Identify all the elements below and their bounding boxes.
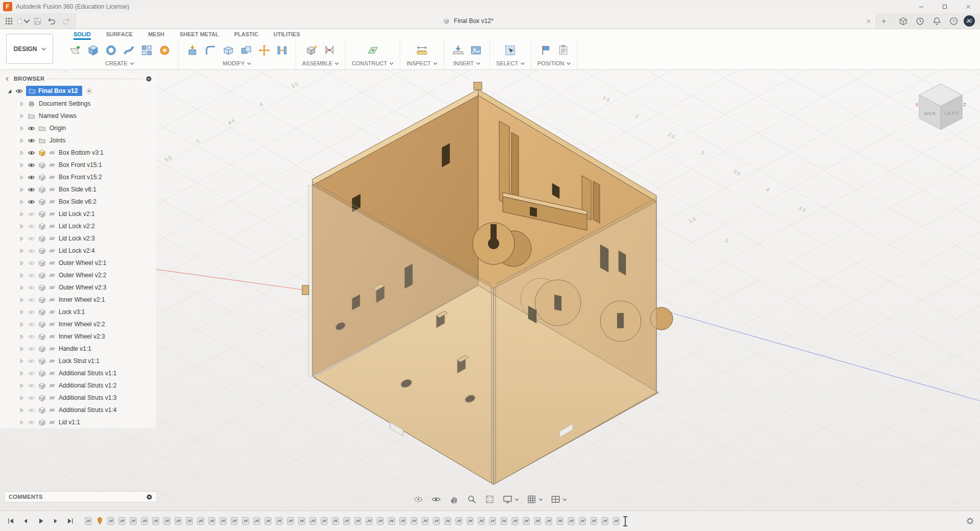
browser-item-lid-lock-v2-4[interactable]: Lid Lock v2:4 <box>0 245 156 257</box>
timeline-feature-icon[interactable] <box>422 516 429 526</box>
job-status-clock-icon[interactable] <box>913 14 927 28</box>
browser-item-additional-struts-v1-1[interactable]: Additional Struts v1:1 <box>0 367 156 379</box>
step-forward-button[interactable] <box>50 516 61 527</box>
expand-arrow-icon[interactable] <box>18 370 28 377</box>
expand-arrow-icon[interactable] <box>18 223 28 230</box>
timeline-feature-icon[interactable] <box>332 516 339 526</box>
close-tab-icon[interactable] <box>861 13 876 29</box>
new-component-icon[interactable] <box>304 43 320 58</box>
display-settings-icon[interactable] <box>503 494 519 504</box>
view-cube[interactable]: BACK L E F T X Z <box>913 78 969 136</box>
visibility-eye-icon[interactable] <box>28 406 38 414</box>
comments-toggle-icon[interactable] <box>146 494 153 500</box>
browser-item-named-views[interactable]: Named Views <box>0 110 156 122</box>
timeline-feature-icon[interactable] <box>264 516 272 526</box>
browser-item-box-side-v6-2[interactable]: Box Side v6:2 <box>0 196 156 208</box>
visibility-eye-icon[interactable] <box>28 137 38 144</box>
play-button[interactable] <box>35 516 46 527</box>
capture-position-icon[interactable] <box>537 43 553 58</box>
timeline-feature-icon[interactable] <box>298 516 306 526</box>
expand-arrow-icon[interactable] <box>18 125 28 132</box>
expand-arrow-icon[interactable] <box>18 297 28 303</box>
user-avatar[interactable]: JC <box>964 15 975 27</box>
timeline-feature-icon[interactable] <box>152 516 160 526</box>
visibility-eye-icon[interactable] <box>28 125 38 132</box>
browser-item-additional-struts-v1-2[interactable]: Additional Struts v1:2 <box>0 379 156 392</box>
browser-item-lock-v3-1[interactable]: Lock v3:1 <box>0 306 156 318</box>
timeline-feature-icon[interactable] <box>118 516 126 526</box>
timeline-feature-icon[interactable] <box>523 516 530 526</box>
timeline-feature-icon[interactable] <box>455 516 463 526</box>
visibility-eye-icon[interactable] <box>28 321 38 328</box>
timeline-feature-icon[interactable] <box>321 516 328 526</box>
timeline-feature-icon[interactable] <box>107 516 115 526</box>
timeline-feature-icon[interactable] <box>433 516 440 526</box>
tab-surface[interactable]: SURFACE <box>106 31 133 40</box>
visibility-eye-icon[interactable] <box>28 235 38 243</box>
pan-icon[interactable] <box>449 494 459 504</box>
expand-arrow-icon[interactable] <box>18 333 28 340</box>
skip-end-button[interactable] <box>64 516 76 527</box>
timeline-feature-icon[interactable] <box>545 516 553 526</box>
browser-item-outer-wheel-v2-2[interactable]: Outer Wheel v2:2 <box>0 269 156 281</box>
tab-plastic[interactable]: PLASTIC <box>234 31 258 40</box>
timeline-feature-icon[interactable] <box>500 516 508 526</box>
construction-plane-icon[interactable] <box>365 43 380 58</box>
browser-item-handle-v1-1[interactable]: Handle v1:1 <box>0 343 156 355</box>
expand-arrow-icon[interactable] <box>18 137 28 144</box>
timeline-feature-icon[interactable] <box>601 516 609 526</box>
expand-arrow-icon[interactable] <box>18 419 28 426</box>
expand-arrow-icon[interactable] <box>18 346 28 352</box>
workspace-selector[interactable]: DESIGN <box>6 34 53 64</box>
browser-item-lid-lock-v2-3[interactable]: Lid Lock v2:3 <box>0 232 156 245</box>
browser-item-origin[interactable]: Origin <box>0 122 156 134</box>
visibility-eye-icon[interactable] <box>28 198 38 206</box>
expand-arrow-icon[interactable] <box>18 309 28 316</box>
revolve-icon[interactable] <box>103 43 118 58</box>
group-dropdown-modify[interactable]: MODIFY <box>223 60 252 68</box>
timeline-feature-icon[interactable] <box>287 516 295 526</box>
timeline-feature-icon[interactable] <box>253 516 261 526</box>
browser-item-lid-lock-v2-2[interactable]: Lid Lock v2:2 <box>0 220 156 232</box>
timeline-feature-icon[interactable] <box>388 516 396 526</box>
move-copy-icon[interactable] <box>256 43 272 58</box>
visibility-eye-icon[interactable] <box>28 259 38 267</box>
visibility-eye-icon[interactable] <box>28 382 38 390</box>
timeline-feature-icon[interactable] <box>208 516 216 526</box>
activate-radio-icon[interactable] <box>86 88 92 94</box>
timeline-feature-icon[interactable] <box>467 516 474 526</box>
file-menu-icon[interactable] <box>16 14 30 28</box>
visibility-eye-icon[interactable] <box>28 357 38 365</box>
expand-arrow-icon[interactable] <box>18 211 28 218</box>
visibility-eye-icon[interactable] <box>28 186 38 194</box>
visibility-eye-icon[interactable] <box>28 284 38 292</box>
visibility-eye-icon[interactable] <box>28 370 38 377</box>
timeline-feature-icon[interactable] <box>410 516 418 526</box>
visibility-eye-icon[interactable] <box>28 296 38 304</box>
tab-utilities[interactable]: UTILITIES <box>274 31 300 40</box>
browser-item-additional-struts-v1-3[interactable]: Additional Struts v1:3 <box>0 392 156 404</box>
measure-icon[interactable] <box>414 43 430 58</box>
browser-item-lock-strut-v1-1[interactable]: Lock Strut v1:1 <box>0 355 156 367</box>
timeline-feature-icon[interactable] <box>534 516 542 526</box>
timeline-feature-icon[interactable] <box>377 516 384 526</box>
visibility-eye-icon[interactable] <box>28 247 38 255</box>
browser-item-box-side-v6-1[interactable]: Box Side v6:1 <box>0 183 156 196</box>
timeline-feature-icon[interactable] <box>309 516 317 526</box>
timeline-feature-icon[interactable] <box>579 516 586 526</box>
tab-mesh[interactable]: MESH <box>148 31 164 40</box>
visibility-eye-icon[interactable] <box>15 87 26 95</box>
shell-icon[interactable] <box>220 43 236 58</box>
timeline-feature-icon[interactable] <box>175 516 182 526</box>
browser-item-box-front-v15-2[interactable]: Box Front v15:2 <box>0 171 156 183</box>
expand-arrow-icon[interactable] <box>6 88 15 94</box>
sweep-icon[interactable] <box>121 43 136 58</box>
timeline-feature-icon[interactable] <box>365 516 373 526</box>
coil-icon[interactable] <box>157 43 172 58</box>
timeline-feature-icon[interactable] <box>186 516 193 526</box>
timeline-pin-icon[interactable] <box>96 516 104 526</box>
pattern-icon[interactable] <box>139 43 154 58</box>
timeline-feature-icon[interactable] <box>612 516 620 526</box>
visibility-eye-icon[interactable] <box>28 308 38 316</box>
extensions-icon[interactable] <box>896 14 910 28</box>
